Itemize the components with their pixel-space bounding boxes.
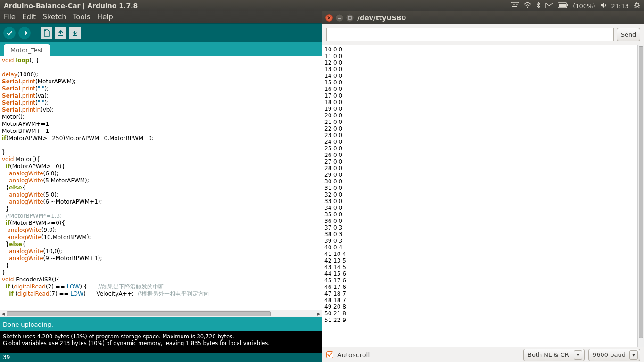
line-ending-value: Both NL & CR (528, 351, 569, 358)
menu-edit[interactable]: Edit (22, 13, 36, 21)
svg-line-18 (638, 7, 639, 8)
serial-line: 27 0 0 (324, 158, 642, 165)
scrollbar-thumb[interactable] (7, 311, 271, 316)
serial-line: 41 10 4 (324, 251, 642, 257)
svg-rect-2 (513, 4, 514, 5)
gear-icon[interactable] (634, 2, 640, 10)
serial-title: /dev/ttyUSB0 (357, 14, 406, 22)
tabbar: Motor_Test (0, 42, 322, 56)
serial-line: 36 0 0 (324, 218, 642, 224)
serial-line: 11 0 0 (324, 53, 642, 59)
serial-line: 29 0 0 (324, 172, 642, 178)
serial-line: 24 0 0 (324, 139, 642, 145)
serial-line: 25 0 0 (324, 145, 642, 152)
svg-rect-0 (511, 2, 519, 8)
baud-rate-select[interactable]: 9600 baud ▾ (588, 349, 640, 361)
serial-line: 33 0 0 (324, 198, 642, 205)
keyboard-icon[interactable] (511, 2, 519, 9)
serial-line: 44 15 6 (324, 271, 642, 277)
menu-help[interactable]: Help (97, 13, 113, 21)
svg-point-12 (636, 3, 638, 6)
svg-point-7 (527, 6, 528, 8)
window-title: Arduino-Balance-Car | Arduino 1.7.8 (4, 2, 511, 9)
serial-line: 40 0 4 (324, 244, 642, 251)
menu-tools[interactable]: Tools (73, 13, 91, 21)
menu-sketch[interactable]: Sketch (42, 13, 66, 21)
svg-rect-5 (517, 4, 518, 5)
volume-icon[interactable] (600, 2, 607, 9)
serial-line: 12 0 0 (324, 59, 642, 66)
svg-rect-25 (348, 16, 351, 19)
serial-line: 45 17 6 (324, 277, 642, 284)
serial-line: 13 0 0 (324, 66, 642, 73)
autoscroll-checkbox[interactable] (326, 351, 333, 358)
serial-line: 19 0 0 (324, 106, 642, 112)
serial-monitor-window: /dev/ttyUSB0 Send 10 0 011 0 012 0 013 0… (322, 11, 644, 362)
serial-line: 43 14 5 (324, 264, 642, 271)
serial-vertical-scrollbar[interactable] (637, 45, 644, 347)
svg-rect-21 (44, 30, 46, 31)
send-button[interactable]: Send (617, 28, 640, 41)
code-editor[interactable]: void loop() { delay(1000); Serial.print(… (0, 56, 322, 310)
serial-titlebar: /dev/ttyUSB0 (322, 11, 644, 24)
serial-input[interactable] (326, 28, 614, 41)
svg-rect-4 (516, 4, 517, 5)
close-icon[interactable] (325, 14, 333, 22)
serial-line: 30 0 0 (324, 178, 642, 185)
serial-line: 20 0 0 (324, 112, 642, 119)
serial-line: 34 0 0 (324, 205, 642, 211)
open-button[interactable] (55, 27, 67, 39)
scroll-left-icon[interactable]: ◀ (0, 310, 7, 318)
chevron-down-icon: ▾ (629, 350, 638, 360)
editor-horizontal-scrollbar[interactable]: ◀ ▶ (0, 310, 322, 317)
serial-output[interactable]: 10 0 011 0 012 0 013 0 014 0 015 0 016 0… (322, 45, 644, 347)
verify-button[interactable] (3, 26, 16, 40)
mail-icon[interactable] (545, 2, 553, 9)
build-console: Sketch uses 4,200 bytes (13%) of program… (0, 331, 322, 353)
svg-rect-10 (567, 4, 568, 6)
scrollbar-thumb[interactable] (639, 46, 643, 338)
serial-line: 51 22 9 (324, 317, 642, 323)
serial-line: 14 0 0 (324, 73, 642, 79)
serial-line: 38 0 3 (324, 231, 642, 238)
baud-rate-value: 9600 baud (593, 351, 626, 358)
wifi-icon[interactable] (524, 2, 531, 9)
battery-icon[interactable] (558, 2, 568, 9)
toolbar (0, 23, 322, 42)
maximize-icon[interactable] (346, 14, 354, 22)
autoscroll-label: Autoscroll (337, 351, 370, 359)
serial-line: 26 0 0 (324, 152, 642, 158)
serial-line: 15 0 0 (324, 79, 642, 86)
serial-line: 32 0 0 (324, 191, 642, 198)
new-button[interactable] (41, 27, 53, 39)
upload-button[interactable] (18, 26, 31, 40)
serial-line: 31 0 0 (324, 185, 642, 191)
status-line-number: 39 (0, 353, 322, 362)
minimize-icon[interactable] (336, 14, 343, 22)
serial-line: 42 13 5 (324, 257, 642, 264)
serial-line: 37 0 3 (324, 224, 642, 231)
menu-file[interactable]: File (4, 13, 16, 21)
serial-line: 22 0 0 (324, 125, 642, 132)
serial-footer: Autoscroll Both NL & CR ▾ 9600 baud ▾ (322, 347, 644, 362)
bluetooth-icon[interactable] (536, 2, 541, 10)
serial-input-row: Send (322, 24, 644, 45)
chevron-down-icon: ▾ (574, 350, 582, 360)
serial-line: 50 21 8 (324, 310, 642, 317)
menubar: File Edit Sketch Tools Help (0, 11, 322, 23)
save-button[interactable] (69, 27, 81, 39)
scroll-right-icon[interactable]: ▶ (315, 310, 322, 318)
svg-rect-11 (559, 4, 566, 7)
tab-motor-test[interactable]: Motor_Test (4, 44, 50, 56)
serial-line: 21 0 0 (324, 119, 642, 125)
line-ending-select[interactable]: Both NL & CR ▾ (523, 349, 585, 361)
serial-line: 48 18 7 (324, 297, 642, 304)
serial-line: 17 0 0 (324, 92, 642, 99)
status-message: Done uploading. (0, 317, 322, 331)
serial-line: 10 0 0 (324, 46, 642, 53)
arduino-ide-window: File Edit Sketch Tools Help Motor_Test v… (0, 11, 322, 362)
clock: 21:13 (611, 2, 629, 9)
system-tray: (100%) 21:13 (511, 2, 640, 10)
svg-rect-3 (514, 4, 515, 5)
serial-line: 46 17 6 (324, 284, 642, 290)
